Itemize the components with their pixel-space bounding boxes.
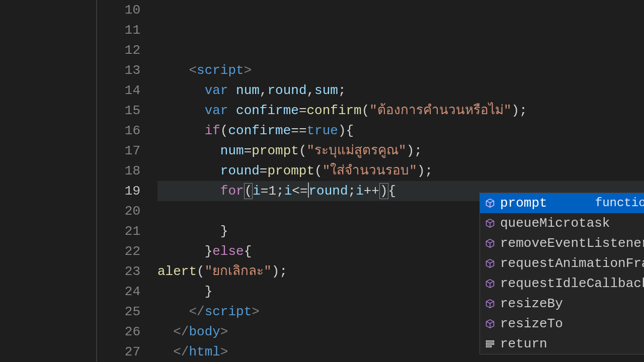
identifier: i	[284, 184, 292, 199]
line-number: 20	[97, 201, 140, 221]
brace: }	[205, 244, 213, 259]
tag-close-bracket: >	[244, 63, 252, 78]
svg-rect-0	[487, 341, 494, 342]
method-icon	[483, 258, 497, 268]
brace: }	[205, 284, 213, 299]
line-number: 18	[97, 161, 140, 181]
autocomplete-label: queueMicrotask	[497, 213, 610, 233]
code-line[interactable]: var num,round,sum;	[157, 80, 644, 101]
autocomplete-item[interactable]: resizeTo	[480, 314, 644, 334]
tag-open-bracket: <	[189, 63, 197, 78]
code-editor: 101112131415161718192021222324252627 <sc…	[0, 0, 644, 362]
autocomplete-item[interactable]: requestAnimationFrame	[480, 253, 644, 274]
autocomplete-item[interactable]: promptfunction prompt(message?: st	[480, 193, 644, 213]
method-icon	[483, 198, 497, 208]
tag-open-bracket: </	[173, 344, 189, 359]
tag-close-bracket: >	[220, 344, 228, 359]
function-call: alert	[157, 264, 197, 279]
identifier: i	[356, 184, 364, 199]
autocomplete-detail: function prompt(message?: st	[595, 193, 644, 213]
line-number: 19	[97, 181, 140, 201]
autocomplete-item[interactable]: requestIdleCallback	[480, 274, 644, 294]
line-number: 27	[97, 342, 140, 362]
line-number: 26	[97, 322, 140, 342]
tag-open-bracket: </	[189, 304, 204, 319]
identifier: round	[220, 163, 260, 178]
folding-gutter	[0, 0, 97, 362]
line-number: 15	[97, 101, 140, 121]
identifier: i	[253, 184, 261, 199]
method-icon	[483, 279, 497, 289]
autocomplete-item[interactable]: return	[480, 334, 644, 354]
code-line[interactable]	[157, 40, 644, 60]
keyword: var	[205, 83, 228, 98]
tag-name: script	[205, 304, 252, 319]
tag-name: script	[197, 63, 244, 78]
function-call: confirm	[306, 103, 361, 118]
line-number: 21	[97, 221, 140, 241]
string-literal: "ระบุแม่สูตรคูณ"	[306, 143, 406, 158]
code-line[interactable]: <script>	[157, 60, 644, 80]
keyword: for	[220, 184, 244, 199]
code-line[interactable]: if(confirme==true){	[157, 121, 644, 141]
autocomplete-label: prompt	[497, 193, 547, 213]
autocomplete-label: requestIdleCallback	[497, 274, 644, 294]
tag-name: body	[189, 324, 220, 339]
line-number: 25	[97, 302, 140, 322]
function-call: prompt	[267, 163, 314, 178]
line-number-gutter: 101112131415161718192021222324252627	[97, 0, 157, 362]
identifier: confirme	[228, 123, 291, 138]
line-number: 12	[97, 40, 140, 60]
identifier: num	[236, 83, 260, 98]
identifier: sum	[314, 83, 338, 98]
code-line[interactable]: var confirme=confirm("ต้องการคำนวนหรือไม…	[157, 101, 644, 121]
autocomplete-label: resizeBy	[497, 294, 563, 314]
keyword-icon	[483, 339, 497, 349]
autocomplete-item[interactable]: resizeBy	[480, 294, 644, 314]
method-icon	[483, 238, 497, 248]
identifier: confirme	[236, 103, 299, 118]
autocomplete-popup[interactable]: promptfunction prompt(message?: stqueueM…	[479, 193, 644, 354]
keyword: var	[205, 103, 228, 118]
method-icon	[483, 319, 497, 329]
function-call: prompt	[252, 143, 299, 158]
line-number: 16	[97, 121, 140, 141]
identifier: num	[220, 143, 244, 158]
line-number: 22	[97, 241, 140, 261]
brace: {	[244, 244, 252, 259]
autocomplete-label: resizeTo	[497, 314, 563, 334]
string-literal: "ยกเลิกละ"	[205, 264, 272, 279]
boolean-literal: true	[307, 123, 338, 138]
code-line[interactable]	[157, 20, 644, 40]
brace: }	[220, 224, 228, 239]
autocomplete-item[interactable]: removeEventListener	[480, 233, 644, 253]
tag-close-bracket: >	[252, 304, 260, 319]
tag-open-bracket: </	[173, 324, 189, 339]
autocomplete-label: requestAnimationFrame	[497, 253, 644, 274]
autocomplete-label: removeEventListener	[497, 233, 644, 253]
autocomplete-label: return	[497, 334, 547, 354]
code-line[interactable]	[157, 0, 644, 20]
tag-name: html	[189, 344, 220, 359]
svg-rect-1	[487, 343, 494, 345]
keyword: if	[205, 123, 220, 138]
string-literal: "ใส่จำนวนรอบ"	[323, 163, 417, 178]
line-number: 11	[97, 20, 140, 40]
line-number: 24	[97, 282, 140, 302]
method-icon	[483, 299, 497, 309]
svg-rect-2	[487, 346, 492, 347]
code-line[interactable]: round=prompt("ใส่จำนวนรอบ");	[157, 161, 644, 181]
code-line[interactable]: num=prompt("ระบุแม่สูตรคูณ");	[157, 141, 644, 161]
line-number: 23	[97, 261, 140, 282]
line-number: 10	[97, 0, 140, 20]
line-number: 17	[97, 141, 140, 161]
string-literal: "ต้องการคำนวนหรือไม่"	[369, 103, 511, 118]
line-number: 14	[97, 80, 140, 101]
keyword: else	[212, 244, 244, 259]
code-area[interactable]: <script> var num,round,sum; var confirme…	[157, 0, 644, 362]
identifier: round	[309, 184, 348, 199]
autocomplete-item[interactable]: queueMicrotask	[480, 213, 644, 233]
method-icon	[483, 218, 497, 228]
identifier: round	[267, 83, 306, 98]
number-literal: 1	[268, 184, 276, 199]
